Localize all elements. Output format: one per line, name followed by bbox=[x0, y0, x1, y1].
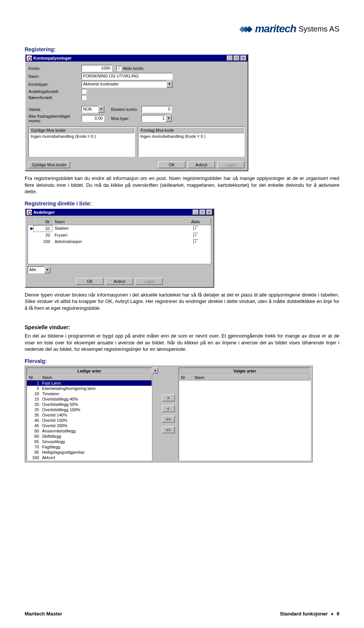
input-navn[interactable]: FORSKNING OG UTVIKLING bbox=[82, 73, 173, 80]
ledige-title: Ledige arter bbox=[27, 368, 152, 374]
listhead-forslag: Forslag Mva kode bbox=[139, 127, 244, 133]
valgte-title: Valgte arter bbox=[179, 368, 311, 374]
checkbox-aktiv[interactable]: ✓ bbox=[193, 239, 198, 244]
listhead-gyldige: Gyldige Mva koder bbox=[29, 127, 134, 133]
list-item[interactable]: 70Fagtillegg bbox=[27, 444, 152, 450]
select-kontotype[interactable]: Aktiverte kostnader ▼ bbox=[82, 81, 173, 88]
input-konto[interactable]: 1000 bbox=[82, 65, 112, 72]
col-navn: Navn bbox=[41, 374, 152, 380]
add-button[interactable]: > bbox=[162, 394, 175, 401]
list-item[interactable]: 40Overtid 150% bbox=[27, 418, 152, 423]
avbryt-button[interactable]: Avbryt bbox=[106, 278, 133, 285]
app-icon bbox=[27, 210, 32, 215]
list-item[interactable]: 35Overtid 140% bbox=[27, 412, 152, 418]
ok-button[interactable]: OK bbox=[158, 161, 185, 168]
list-item[interactable]: 60Skifttillegg bbox=[27, 434, 152, 439]
konto-titlebar[interactable]: Kontoopplysninger _ □ × bbox=[25, 55, 248, 62]
col-aktiv[interactable]: Aktiv bbox=[180, 218, 211, 225]
remove-button[interactable]: < bbox=[162, 405, 175, 412]
avdelinger-title: Avdelinger bbox=[33, 210, 55, 215]
page-footer: Maritech Master Standard funksjoner ● 9 bbox=[25, 611, 339, 617]
list-item[interactable]: 15Overtidstillegg 40% bbox=[27, 396, 152, 402]
table-row[interactable]: ▶ 10 Slakteri ✓ bbox=[28, 225, 211, 232]
chevron-down-icon[interactable]: ▼ bbox=[98, 106, 104, 113]
section-registering-title: Registering: bbox=[25, 46, 339, 52]
section-direkte-title: Registrering direkte i liste: bbox=[25, 200, 339, 207]
scrollbar[interactable]: ▲ bbox=[152, 368, 158, 461]
col-nr[interactable]: Nr bbox=[33, 218, 52, 225]
checkbox-aktiv[interactable]: ✓ bbox=[193, 233, 198, 238]
addall-button[interactable]: >> bbox=[162, 416, 175, 423]
avdelinger-window: Avdelinger _ □ × Nr Navn Aktiv ▶ 10 Slak… bbox=[25, 208, 214, 288]
label-ekstern: Ekstern konto: bbox=[111, 107, 141, 112]
label-avd: Avdelingsfordelt: bbox=[28, 89, 82, 94]
scroll-up-icon[interactable]: ▲ bbox=[152, 368, 158, 374]
gyldige-button[interactable]: Gyldige Mva koder bbox=[28, 161, 70, 168]
listbox-gyldige[interactable]: Gyldige Mva koder Ingen momsbehandling (… bbox=[28, 126, 135, 157]
listbox-forslag[interactable]: Forslag Mva kode Ingen momsbehandling (K… bbox=[138, 126, 245, 157]
close-button[interactable]: × bbox=[240, 55, 246, 61]
select-filter[interactable]: Alle ▼ bbox=[28, 267, 211, 273]
select-mvatype[interactable]: 1 ▼ bbox=[141, 115, 172, 122]
chevron-down-icon[interactable]: ▼ bbox=[166, 81, 173, 88]
input-ekstern[interactable]: 0 bbox=[141, 106, 172, 113]
table-row[interactable]: 20 Fryseri ✓ bbox=[28, 232, 211, 238]
lagre-button[interactable]: Lagre bbox=[217, 161, 245, 168]
list-item[interactable]: 65Smusstilegg bbox=[27, 439, 152, 444]
header-logo: ◆◆◆ maritech Systems AS bbox=[25, 23, 339, 35]
minimize-button[interactable]: _ bbox=[227, 55, 233, 61]
flervalg-panel: Ledige arter Nr Navn 1Fast Lønn5Etterbet… bbox=[25, 366, 313, 462]
chevron-down-icon[interactable]: ▼ bbox=[44, 267, 50, 273]
label-mvatype: Mva type: bbox=[111, 116, 141, 121]
maximize-button[interactable]: □ bbox=[234, 55, 240, 61]
logo-suffix: Systems AS bbox=[298, 25, 339, 33]
footer-left: Maritech Master bbox=[25, 611, 62, 617]
avbryt-button[interactable]: Avbryt bbox=[188, 161, 215, 168]
avdelinger-titlebar[interactable]: Avdelinger _ □ × bbox=[25, 209, 213, 216]
avdelinger-grid: Nr Navn Aktiv ▶ 10 Slakteri ✓ 20 Fryseri… bbox=[28, 218, 211, 264]
section-flervalg-title: Flervalg: bbox=[25, 358, 339, 364]
checkbox-baerer[interactable] bbox=[82, 95, 86, 100]
label-valuta: Valuta: bbox=[28, 107, 82, 112]
list-item[interactable]: Ingen momsbehandling (Kode = 0 ) bbox=[139, 133, 244, 139]
list-item[interactable]: 20Overtidstillegg 50% bbox=[27, 402, 152, 407]
label-kontotype: Kontotype: bbox=[28, 82, 82, 87]
section-spesielle-title: Spesielle vinduer: bbox=[25, 324, 339, 330]
konto-window: Kontoopplysninger _ □ × Konto: 1000 ✓ Ak… bbox=[25, 54, 248, 171]
label-baerer: Bærerfordelt: bbox=[28, 95, 82, 100]
checkbox-aktiv[interactable]: ✓ bbox=[116, 66, 121, 71]
bullet-icon: ● bbox=[331, 611, 334, 617]
checkbox-aktiv[interactable]: ✓ bbox=[193, 226, 198, 231]
konto-title: Kontoopplysninger bbox=[33, 56, 72, 60]
list-item[interactable]: 10Timelønn bbox=[27, 391, 152, 396]
list-item[interactable]: 95Helligdagsgodtgjørelse bbox=[27, 450, 152, 455]
list-item[interactable]: 100Akkord bbox=[27, 455, 152, 460]
close-button[interactable]: × bbox=[206, 210, 212, 215]
list-item[interactable]: 1Fast Lønn bbox=[27, 380, 152, 386]
ok-button[interactable]: OK bbox=[76, 278, 104, 285]
maximize-button[interactable]: □ bbox=[199, 210, 206, 215]
col-navn[interactable]: Navn bbox=[52, 218, 180, 225]
checkbox-avd[interactable] bbox=[82, 89, 86, 94]
list-item[interactable]: 5Etterbetaling/korrigering lønn bbox=[27, 386, 152, 391]
list-item[interactable]: 45Overtid 200% bbox=[27, 423, 152, 428]
lagre-button[interactable]: Lagre bbox=[135, 278, 163, 285]
app-icon bbox=[27, 55, 32, 61]
minimize-button[interactable]: _ bbox=[193, 210, 199, 215]
chevron-down-icon[interactable]: ▼ bbox=[166, 115, 172, 122]
list-item[interactable]: Ingen momsbehandling (Kode = 0 ) bbox=[29, 133, 134, 139]
logo-text: maritech bbox=[255, 23, 296, 35]
col-nr: Nr bbox=[179, 374, 193, 380]
list-item[interactable]: 25Overtidstillegg 100% bbox=[27, 407, 152, 412]
table-row[interactable]: 100 Administrasjon ✓ bbox=[28, 238, 211, 245]
select-valuta[interactable]: NOK ▼ bbox=[82, 106, 104, 113]
removeall-button[interactable]: << bbox=[162, 426, 175, 433]
label-navn: Navn: bbox=[28, 74, 82, 79]
ledige-listbox[interactable]: Ledige arter Nr Navn 1Fast Lønn5Etterbet… bbox=[27, 368, 152, 461]
col-nr: Nr bbox=[27, 374, 41, 380]
input-ikkefradrag[interactable]: 0,00 bbox=[82, 115, 104, 122]
label-ikkefradrag: Ikke fradragsberettiget moms: bbox=[28, 114, 82, 123]
list-item[interactable]: 50Ansiennitetstillegg bbox=[27, 428, 152, 434]
valgte-listbox[interactable]: Valgte arter Nr Navn bbox=[179, 368, 311, 461]
text-registering: Fra registreringsbildet kan du endre all… bbox=[25, 175, 339, 195]
